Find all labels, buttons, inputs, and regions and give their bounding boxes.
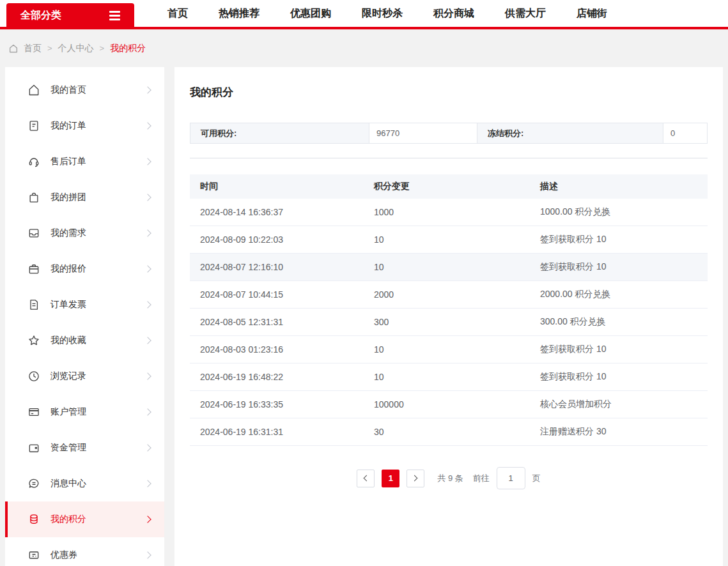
all-categories-label: 全部分类	[20, 9, 61, 22]
page-title: 我的积分	[190, 85, 708, 100]
sidebar-item-label: 售后订单	[50, 156, 145, 167]
column-header-time: 时间	[190, 181, 364, 192]
cell-change: 2000	[364, 289, 530, 300]
pagination: 1 共 9 条 前往 页	[190, 467, 708, 489]
home-icon	[27, 83, 41, 97]
cell-desc: 注册赠送积分 30	[530, 426, 708, 438]
cell-change: 300	[364, 317, 530, 327]
chevron-right-icon	[144, 122, 151, 129]
sidebar-item-my-favorites[interactable]: 我的收藏	[5, 323, 164, 358]
order-icon	[27, 119, 41, 133]
pagination-goto-input[interactable]	[497, 467, 525, 489]
sidebar-item-label: 订单发票	[50, 299, 145, 310]
table-header-row: 时间 积分变更 描述	[190, 174, 708, 199]
sidebar-item-coupons[interactable]: 优惠券	[5, 537, 164, 566]
cell-time: 2024-06-19 16:48:22	[190, 372, 364, 382]
chevron-right-icon	[144, 480, 151, 487]
table-row: 2024-06-19 16:31:31 30 注册赠送积分 30	[190, 418, 708, 446]
cell-change: 10	[364, 372, 530, 382]
cell-time: 2024-08-09 10:22:03	[190, 234, 364, 245]
nav-item-shop-street[interactable]: 店铺街	[561, 7, 623, 20]
sidebar-item-message-center[interactable]: 消息中心	[5, 466, 164, 501]
pagination-prev-button[interactable]	[357, 470, 375, 487]
sidebar-item-label: 我的收藏	[50, 335, 145, 346]
table-row: 2024-08-05 12:31:31 300 300.00 积分兑换	[190, 309, 708, 336]
sidebar: 我的首页 我的订单 售后订单 我的拼团 我的需求 我的报价	[5, 67, 164, 566]
nav-item-groupbuy[interactable]: 优惠团购	[275, 7, 346, 20]
table-row-highlighted: 2024-08-07 12:16:10 10 签到获取积分 10	[190, 254, 708, 281]
nav-item-flash-sale[interactable]: 限时秒杀	[346, 7, 418, 20]
sidebar-item-my-quotes[interactable]: 我的报价	[5, 251, 164, 287]
sidebar-item-after-sale-orders[interactable]: 售后订单	[5, 144, 164, 180]
breadcrumb-item-user-center[interactable]: 个人中心	[58, 43, 94, 54]
bag-icon	[27, 190, 41, 204]
cell-time: 2024-08-05 12:31:31	[190, 317, 364, 327]
cell-change: 10	[364, 234, 530, 245]
frozen-points-value: 0	[663, 123, 707, 143]
nav-item-hot[interactable]: 热销推荐	[203, 7, 275, 20]
chevron-right-icon	[144, 551, 151, 558]
sidebar-item-label: 我的订单	[50, 120, 145, 132]
sidebar-item-my-points[interactable]: 我的积分	[5, 501, 164, 537]
chevron-right-icon	[144, 337, 151, 344]
nav-item-points-mall[interactable]: 积分商城	[418, 7, 490, 20]
chevron-right-icon	[144, 301, 151, 308]
main-nav: 首页 热销推荐 优惠团购 限时秒杀 积分商城 供需大厅 店铺街	[152, 0, 623, 27]
pagination-page-1[interactable]: 1	[382, 470, 399, 487]
available-points-label: 可用积分:	[190, 123, 369, 143]
cell-time: 2024-08-03 01:23:16	[190, 344, 364, 355]
sidebar-item-funds-management[interactable]: 资金管理	[5, 430, 164, 466]
cell-desc: 签到获取积分 10	[530, 344, 708, 355]
breadcrumb-item-home[interactable]: 首页	[24, 43, 42, 54]
pagination-total-count: 共 9 条	[437, 473, 463, 484]
chevron-right-icon	[144, 444, 151, 451]
cell-change: 10	[364, 262, 530, 272]
chevron-right-icon	[144, 408, 151, 415]
sidebar-item-label: 我的首页	[50, 84, 145, 96]
pagination-goto-label: 前往	[473, 473, 490, 484]
main-panel: 我的积分 可用积分: 96770 冻结积分: 0 时间 积分变更 描述 2024…	[174, 67, 723, 566]
chevron-right-icon	[144, 372, 151, 379]
star-icon	[27, 333, 41, 348]
briefcase-icon	[27, 262, 41, 276]
cell-desc: 核心会员增加积分	[530, 399, 708, 410]
sidebar-item-my-orders[interactable]: 我的订单	[5, 108, 164, 144]
points-summary: 可用积分: 96770 冻结积分: 0	[190, 123, 708, 144]
nav-item-home[interactable]: 首页	[152, 7, 203, 20]
breadcrumb-item-my-points: 我的积分	[110, 43, 146, 54]
chevron-right-icon	[144, 158, 151, 165]
coins-icon	[27, 512, 41, 526]
cell-time: 2024-08-07 10:44:15	[190, 289, 364, 300]
inbox-icon	[27, 226, 41, 240]
table-row: 2024-06-19 16:48:22 10 签到获取积分 10	[190, 363, 708, 391]
page-content: 我的首页 我的订单 售后订单 我的拼团 我的需求 我的报价	[0, 67, 728, 566]
cell-desc: 签到获取积分 10	[530, 234, 708, 245]
sidebar-item-my-demands[interactable]: 我的需求	[5, 215, 164, 251]
chevron-right-icon	[144, 86, 151, 93]
table-row: 2024-06-19 16:33:35 100000 核心会员增加积分	[190, 391, 708, 418]
all-categories-button[interactable]: 全部分类	[6, 3, 134, 27]
wallet-icon	[27, 441, 41, 455]
sidebar-item-my-groupbuy[interactable]: 我的拼团	[5, 180, 164, 215]
pagination-next-button[interactable]	[407, 470, 424, 487]
sidebar-item-account-management[interactable]: 账户管理	[5, 394, 164, 430]
invoice-icon	[27, 298, 41, 312]
sidebar-item-label: 我的需求	[50, 227, 145, 239]
cell-time: 2024-08-07 12:16:10	[190, 262, 364, 272]
sidebar-item-label: 我的积分	[50, 514, 145, 525]
sidebar-item-label: 消息中心	[50, 478, 145, 489]
nav-item-supply-hall[interactable]: 供需大厅	[490, 7, 561, 20]
headset-icon	[27, 155, 41, 169]
sidebar-item-my-home[interactable]: 我的首页	[5, 72, 164, 108]
sidebar-item-browsing-history[interactable]: 浏览记录	[5, 358, 164, 394]
table-row: 2024-08-14 16:36:37 1000 1000.00 积分兑换	[190, 199, 708, 226]
hamburger-menu-icon	[109, 11, 120, 20]
chevron-left-icon	[364, 475, 370, 482]
cell-desc: 1000.00 积分兑换	[530, 206, 708, 218]
column-header-desc: 描述	[530, 181, 708, 192]
cell-time: 2024-06-19 16:31:31	[190, 427, 364, 437]
chevron-right-icon	[144, 229, 151, 236]
top-header: 全部分类 首页 热销推荐 优惠团购 限时秒杀 积分商城 供需大厅 店铺街	[0, 0, 728, 27]
coupon-icon	[27, 548, 41, 562]
sidebar-item-order-invoices[interactable]: 订单发票	[5, 287, 164, 323]
